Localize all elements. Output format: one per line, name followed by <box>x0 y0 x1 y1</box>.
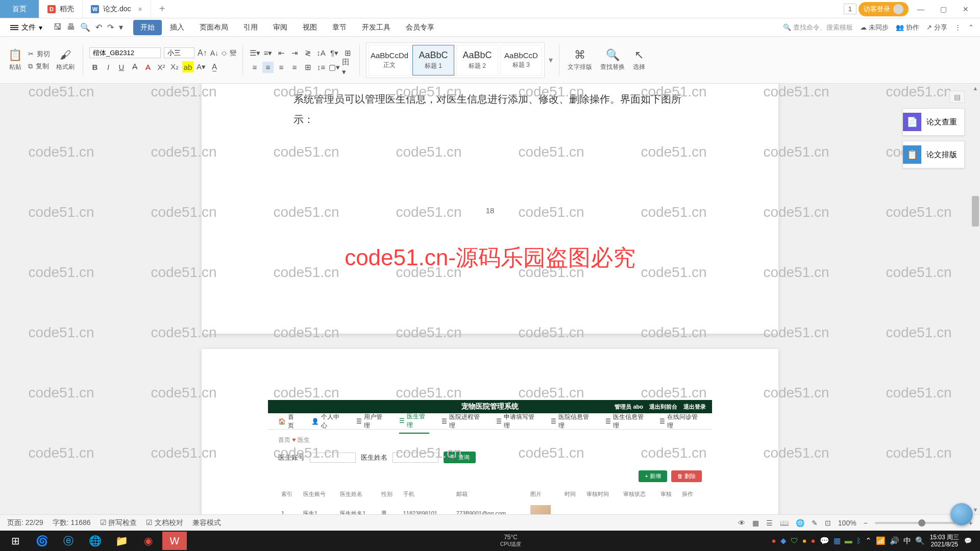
close-button[interactable]: ✕ <box>955 5 976 13</box>
text-layout-button[interactable]: ⌘文字排版 <box>566 48 594 71</box>
thesis-layout-button[interactable]: 📋 论文排版 <box>902 141 965 168</box>
tab-member[interactable]: 会员专享 <box>399 20 442 35</box>
shrink-font-icon[interactable]: A↓ <box>210 49 218 57</box>
share-button[interactable]: ↗ 分享 <box>926 23 947 32</box>
tab-devtools[interactable]: 开发工具 <box>355 20 398 35</box>
proofread[interactable]: ☑ 文档校对 <box>146 518 183 528</box>
collapse-ribbon-icon[interactable]: ⌃ <box>968 23 974 31</box>
undo-icon[interactable]: ↶ <box>95 22 102 32</box>
styles-more-icon[interactable]: ▾ <box>549 55 553 65</box>
grow-font-icon[interactable]: A↑ <box>198 48 207 58</box>
format-painter[interactable]: 🖌 格式刷 <box>54 48 77 71</box>
page-indicator[interactable]: 页面: 22/29 <box>7 518 43 528</box>
sort-button[interactable]: ≷ <box>302 47 313 59</box>
font-select[interactable] <box>89 47 161 58</box>
paste-group[interactable]: 📋 粘贴 <box>6 48 24 71</box>
outline-view-icon[interactable]: ☰ <box>766 519 773 527</box>
start-button[interactable]: ⊞ <box>3 532 28 550</box>
fit-icon[interactable]: ⊡ <box>825 519 831 527</box>
vertical-scrollbar[interactable]: ▲ ▼ <box>971 84 980 514</box>
select-button[interactable]: ↖选择 <box>631 48 647 71</box>
tab-add[interactable]: + <box>151 0 174 18</box>
print-icon[interactable]: 🖶 <box>67 22 75 32</box>
char-border-button[interactable]: A̲ <box>209 61 220 72</box>
superscript-button[interactable]: X² <box>156 61 167 72</box>
taskbar-explorer[interactable]: 📁 <box>109 532 134 550</box>
minimize-button[interactable]: — <box>911 5 931 13</box>
text-direction-button[interactable]: ↕A <box>315 47 327 59</box>
style-normal[interactable]: AaBbCcDd正文 <box>369 45 410 76</box>
save-icon[interactable]: 🖫 <box>54 22 62 32</box>
zoom-level[interactable]: 100% <box>838 519 856 527</box>
font-color-button[interactable]: A <box>142 61 154 72</box>
bluetooth-icon[interactable]: ᛒ <box>856 536 861 546</box>
assistant-float-button[interactable] <box>950 503 973 525</box>
borders-button[interactable]: ⊞ <box>342 47 353 59</box>
tab-chapter[interactable]: 章节 <box>325 20 354 35</box>
search-tray-icon[interactable]: 🔍 <box>915 536 925 546</box>
style-heading3[interactable]: AaBbCcD标题 3 <box>500 45 542 76</box>
align-right-button[interactable]: ≡ <box>276 62 287 73</box>
tab-daoke[interactable]: D 稻壳 <box>39 0 83 18</box>
italic-button[interactable]: I <box>103 61 114 72</box>
ime-icon[interactable]: 中 <box>903 536 911 546</box>
taskbar-wps[interactable]: W <box>162 532 187 550</box>
tray-icon[interactable]: 💬 <box>820 536 829 546</box>
scroll-thumb[interactable] <box>972 196 979 227</box>
tab-pagelayout[interactable]: 页面布局 <box>192 20 235 35</box>
para-settings-button[interactable]: ¶▾ <box>329 47 340 59</box>
subscript-button[interactable]: X₂ <box>169 61 180 72</box>
plagiarism-check-button[interactable]: 📄 论文查重 <box>902 108 965 136</box>
tab-start[interactable]: 开始 <box>133 20 162 35</box>
numbering-button[interactable]: ≡▾ <box>262 47 274 59</box>
spell-check[interactable]: ☑ 拼写检查 <box>100 518 137 528</box>
zoom-out-button[interactable]: − <box>864 519 868 527</box>
bullets-button[interactable]: ☰▾ <box>249 47 260 59</box>
align-left-button[interactable]: ≡ <box>249 62 260 73</box>
tab-insert[interactable]: 插入 <box>163 20 191 35</box>
tab-review[interactable]: 审阅 <box>266 20 295 35</box>
login-button[interactable]: 访客登录 <box>859 2 909 16</box>
tray-icon[interactable]: ● <box>771 536 776 546</box>
clear-format-icon[interactable]: ◇ <box>222 49 227 57</box>
scroll-up-icon[interactable]: ▲ <box>971 84 980 93</box>
underline-button[interactable]: U <box>116 61 127 72</box>
word-count[interactable]: 字数: 11686 <box>53 518 91 528</box>
edit-icon[interactable]: ✎ <box>812 519 818 527</box>
tab-home[interactable]: 首页 <box>0 0 39 18</box>
file-menu[interactable]: 文件 ▾ <box>6 21 46 34</box>
command-search[interactable]: 🔍 查找命令、搜索模板 <box>783 23 853 32</box>
close-icon[interactable]: × <box>138 5 142 13</box>
eye-icon[interactable]: 👁 <box>738 519 745 527</box>
find-replace-button[interactable]: 🔍查找替换 <box>598 48 627 71</box>
tab-document[interactable]: W 论文.doc × <box>83 0 151 18</box>
align-center-button[interactable]: ≡ <box>262 62 274 73</box>
collab-button[interactable]: 👥 协作 <box>896 23 919 32</box>
page-view-icon[interactable]: ▦ <box>752 519 759 527</box>
highlight-button[interactable]: ab <box>182 61 193 72</box>
copy-button[interactable]: ⧉复制 <box>28 62 50 71</box>
align-justify-button[interactable]: ≡ <box>289 62 300 73</box>
window-count[interactable]: 1 <box>844 4 856 14</box>
document-canvas[interactable]: 系统管理员可以管理医生信息，对医生信息进行添加、修改、删除操作。界面如下图所示：… <box>0 84 980 531</box>
tray-icon[interactable]: 🛡 <box>791 536 798 546</box>
cut-button[interactable]: ✂剪切 <box>28 49 50 59</box>
tab-references[interactable]: 引用 <box>236 20 265 35</box>
increase-indent-button[interactable]: ⇥ <box>289 47 300 59</box>
cpu-temp-widget[interactable]: 75°C CPU温度 <box>500 534 521 548</box>
shading-button[interactable]: ▢▾ <box>329 62 340 73</box>
line-spacing-button[interactable]: ↕≡ <box>315 62 327 73</box>
phonetic-icon[interactable]: 變 <box>230 48 236 58</box>
decrease-indent-button[interactable]: ⇤ <box>276 47 287 59</box>
read-view-icon[interactable]: 📖 <box>780 519 789 527</box>
wifi-icon[interactable]: 📶 <box>876 536 886 546</box>
strike-button[interactable]: A̶ <box>129 61 140 72</box>
style-heading2[interactable]: AaBbC标题 2 <box>456 45 498 76</box>
taskbar-browser[interactable]: 🌐 <box>83 532 107 550</box>
bold-button[interactable]: B <box>89 61 101 72</box>
maximize-button[interactable]: ▢ <box>933 5 953 13</box>
font-size-select[interactable] <box>164 47 194 58</box>
tray-icon[interactable]: ▦ <box>834 536 841 546</box>
border-button[interactable]: 田▾ <box>342 62 353 73</box>
taskbar-ie[interactable]: ⓔ <box>56 532 81 550</box>
